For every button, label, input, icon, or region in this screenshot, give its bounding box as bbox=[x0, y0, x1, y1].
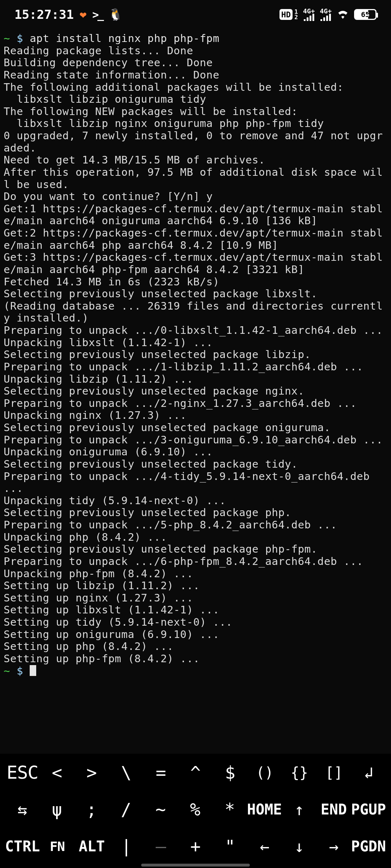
output-line: Reading package lists... Done bbox=[4, 44, 193, 57]
key-percent[interactable]: % bbox=[178, 796, 212, 823]
key-arrow-right[interactable]: → bbox=[316, 833, 351, 860]
key-asterisk[interactable]: * bbox=[213, 796, 247, 823]
output-line: Get:3 https://packages-cf.termux.dev/apt… bbox=[4, 251, 383, 276]
output-line: The following additional packages will b… bbox=[4, 81, 344, 93]
key-ctrl[interactable]: CTRL bbox=[5, 833, 40, 860]
output-line: Setting up nginx (1.27.3) ... bbox=[4, 592, 193, 604]
output-line: Preparing to unpack .../4-tidy_5.9.14-ne… bbox=[4, 470, 376, 495]
output-line: Preparing to unpack .../5-php_8.4.2_aarc… bbox=[4, 519, 337, 531]
output-line: Setting up tidy (5.9.14-next-0) ... bbox=[4, 616, 232, 628]
output-line: After this operation, 97.5 MB of additio… bbox=[4, 166, 383, 191]
output-line: Do you want to continue? [Y/n] y bbox=[4, 190, 213, 203]
terminal-icon: >_ bbox=[92, 8, 102, 21]
status-left: 15:27:31 ❤ >_ 🐧 bbox=[14, 7, 123, 22]
terminal-output[interactable]: ~ $ apt install nginx php php-fpm Readin… bbox=[0, 29, 391, 677]
output-line: Setting up libzip (1.11.2) ... bbox=[4, 579, 200, 592]
key-tilde[interactable]: ~ bbox=[143, 796, 178, 823]
output-line: Setting up php (8.4.2) ... bbox=[4, 640, 174, 652]
prompt-dollar: $ bbox=[10, 32, 30, 44]
key-pgdn[interactable]: PGDN bbox=[351, 833, 386, 860]
output-line: Selecting previously unselected package … bbox=[4, 421, 331, 434]
output-line: Unpacking nginx (1.27.3) ... bbox=[4, 409, 187, 421]
key-home[interactable]: HOME bbox=[247, 796, 282, 823]
key-brackets[interactable]: [] bbox=[317, 759, 352, 786]
output-line: Get:2 https://packages-cf.termux.dev/apt… bbox=[4, 227, 383, 251]
key-alt[interactable]: ALT bbox=[75, 833, 109, 860]
output-line: Selecting previously unselected package … bbox=[4, 458, 298, 470]
key-backslash[interactable]: \ bbox=[109, 759, 144, 786]
key-dollar[interactable]: $ bbox=[213, 759, 248, 786]
status-right: HD 12 4G+ 4G+ 65 bbox=[279, 7, 377, 22]
wifi-icon bbox=[337, 7, 349, 22]
key-pgup[interactable]: PGUP bbox=[351, 796, 386, 823]
key-parens[interactable]: () bbox=[247, 759, 282, 786]
clock: 15:27:31 bbox=[14, 7, 74, 22]
key-psi[interactable]: ψ bbox=[39, 796, 74, 823]
output-line: Selecting previously unselected package … bbox=[4, 385, 304, 397]
output-line: Preparing to unpack .../3-oniguruma_6.9.… bbox=[4, 434, 383, 446]
output-line: Reading state information... Done bbox=[4, 69, 219, 81]
key-row-3: CTRL FN ALT | — + " ← ↓ → PGDN bbox=[5, 833, 386, 860]
heart-icon: ❤ bbox=[80, 8, 87, 21]
output-line: Setting up php-fpm (8.4.2) ... bbox=[4, 652, 200, 665]
hd-indicator: HD 12 bbox=[279, 9, 298, 20]
key-dash[interactable]: — bbox=[144, 833, 178, 860]
key-arrow-up[interactable]: ↑ bbox=[282, 796, 316, 823]
key-fn[interactable]: FN bbox=[40, 833, 74, 860]
key-quote[interactable]: " bbox=[213, 833, 247, 860]
key-caret[interactable]: ^ bbox=[178, 759, 213, 786]
output-line: Unpacking php (8.4.2) ... bbox=[4, 531, 167, 543]
status-bar: 15:27:31 ❤ >_ 🐧 HD 12 4G+ 4G+ 65 bbox=[0, 0, 391, 29]
output-line: Setting up libxslt (1.1.42-1) ... bbox=[4, 604, 219, 616]
key-row-2: ⇆ ψ ; / ~ % * HOME ↑ END PGUP bbox=[5, 796, 386, 823]
prompt-tilde: ~ bbox=[4, 665, 10, 677]
output-line: Preparing to unpack .../6-php-fpm_8.4.2_… bbox=[4, 555, 363, 567]
output-line: Need to get 14.3 MB/15.5 MB of archives. bbox=[4, 154, 265, 166]
key-equals[interactable]: = bbox=[144, 759, 178, 786]
output-line: Preparing to unpack .../2-nginx_1.27.3_a… bbox=[4, 397, 357, 409]
key-esc[interactable]: ESC bbox=[5, 759, 40, 786]
cursor bbox=[30, 665, 36, 676]
key-plus[interactable]: + bbox=[178, 833, 213, 860]
key-row-1: ESC < > \ = ^ $ () {} [] ↲ bbox=[5, 759, 386, 786]
qq-icon: 🐧 bbox=[108, 8, 123, 21]
signal-2: 4G+ bbox=[320, 8, 332, 21]
output-line: Unpacking php-fpm (8.4.2) ... bbox=[4, 567, 193, 580]
key-semicolon[interactable]: ; bbox=[74, 796, 109, 823]
output-line: libxslt libzip nginx oniguruma php php-f… bbox=[4, 117, 324, 129]
output-line: Preparing to unpack .../1-libzip_1.11.2_… bbox=[4, 361, 363, 373]
output-line: Setting up oniguruma (6.9.10) ... bbox=[4, 628, 219, 641]
signal-1: 4G+ bbox=[303, 8, 315, 21]
extra-keys-panel: ESC < > \ = ^ $ () {} [] ↲ ⇆ ψ ; / ~ % *… bbox=[0, 754, 391, 868]
output-line: Selecting previously unselected package … bbox=[4, 506, 291, 519]
output-line: The following NEW packages will be insta… bbox=[4, 105, 298, 118]
output-line: Fetched 14.3 MB in 6s (2323 kB/s) bbox=[4, 276, 219, 288]
key-enter[interactable]: ↲ bbox=[351, 759, 386, 786]
command-text: apt install nginx php php-fpm bbox=[30, 32, 219, 44]
output-line: Selecting previously unselected package … bbox=[4, 288, 318, 300]
output-line: 0 upgraded, 7 newly installed, 0 to remo… bbox=[4, 129, 383, 154]
output-line: libxslt libzip oniguruma tidy bbox=[4, 93, 206, 105]
prompt-tilde: ~ bbox=[4, 32, 10, 44]
key-braces[interactable]: {} bbox=[282, 759, 317, 786]
key-less-than[interactable]: < bbox=[40, 759, 75, 786]
output-line: Unpacking tidy (5.9.14-next-0) ... bbox=[4, 494, 226, 507]
output-line: Unpacking oniguruma (6.9.10) ... bbox=[4, 446, 213, 458]
key-greater-than[interactable]: > bbox=[74, 759, 109, 786]
prompt-dollar: $ bbox=[10, 665, 30, 677]
key-tab[interactable]: ⇆ bbox=[5, 796, 39, 823]
output-line: Preparing to unpack .../0-libxslt_1.1.42… bbox=[4, 324, 383, 336]
key-slash[interactable]: / bbox=[109, 796, 143, 823]
key-arrow-down[interactable]: ↓ bbox=[282, 833, 316, 860]
key-pipe[interactable]: | bbox=[109, 833, 143, 860]
output-line: Selecting previously unselected package … bbox=[4, 543, 318, 555]
output-line: Unpacking libxslt (1.1.42-1) ... bbox=[4, 336, 213, 349]
output-line: Building dependency tree... Done bbox=[4, 56, 213, 69]
key-arrow-left[interactable]: ← bbox=[247, 833, 282, 860]
battery-indicator: 65 bbox=[354, 9, 377, 20]
output-line: Unpacking libzip (1.11.2) ... bbox=[4, 373, 193, 385]
home-indicator[interactable] bbox=[141, 864, 250, 867]
output-line: Selecting previously unselected package … bbox=[4, 348, 311, 361]
key-end[interactable]: END bbox=[316, 796, 351, 823]
output-line: (Reading database ... 26319 files and di… bbox=[4, 300, 383, 324]
